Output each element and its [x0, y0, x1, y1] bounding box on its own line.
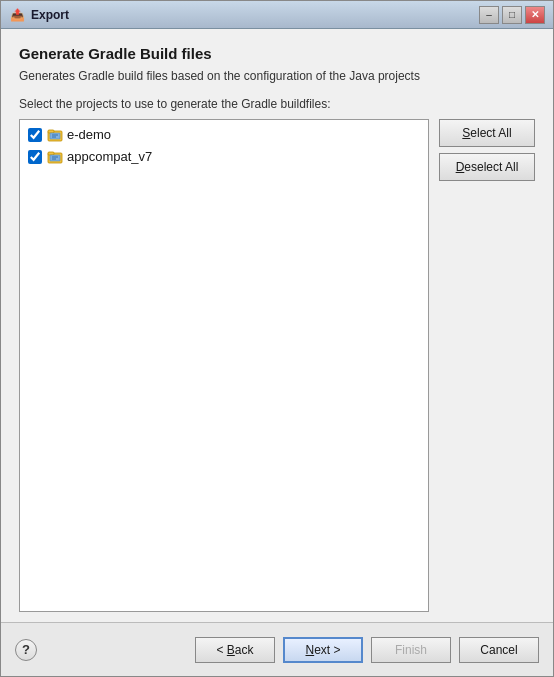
page-title: Generate Gradle Build files — [19, 45, 535, 62]
select-all-button[interactable]: Select All — [439, 119, 535, 147]
next-button[interactable]: Next > — [283, 637, 363, 663]
list-item[interactable]: e-demo — [24, 124, 424, 146]
title-bar: 📤 Export – □ ✕ — [1, 1, 553, 29]
window-icon: 📤 — [9, 7, 25, 23]
nav-buttons: < Back Next > Finish Cancel — [195, 637, 539, 663]
project-icon-e-demo — [47, 127, 63, 143]
svg-rect-1 — [48, 130, 54, 133]
project-checkbox-appcompat-v7[interactable] — [28, 150, 42, 164]
project-icon-appcompat-v7 — [47, 149, 63, 165]
main-area: e-demo — [19, 119, 535, 612]
cancel-label: Cancel — [480, 643, 517, 657]
project-label-appcompat-v7: appcompat_v7 — [67, 149, 152, 164]
window-title: Export — [31, 8, 479, 22]
svg-rect-2 — [50, 133, 60, 139]
minimize-button[interactable]: – — [479, 6, 499, 24]
export-window: 📤 Export – □ ✕ Generate Gradle Build fil… — [0, 0, 554, 677]
project-list-wrapper[interactable]: e-demo — [19, 119, 429, 612]
content-area: Generate Gradle Build files Generates Gr… — [1, 29, 553, 622]
close-button[interactable]: ✕ — [525, 6, 545, 24]
bottom-bar: ? < Back Next > Finish Cancel — [1, 622, 553, 676]
page-description: Generates Gradle build files based on th… — [19, 68, 535, 85]
side-buttons: Select All Deselect All — [439, 119, 535, 612]
project-label-e-demo: e-demo — [67, 127, 111, 142]
deselect-all-button[interactable]: Deselect All — [439, 153, 535, 181]
project-checkbox-e-demo[interactable] — [28, 128, 42, 142]
select-label: Select the projects to use to generate t… — [19, 97, 535, 111]
window-controls: – □ ✕ — [479, 6, 545, 24]
maximize-button[interactable]: □ — [502, 6, 522, 24]
svg-rect-7 — [50, 155, 60, 161]
back-button[interactable]: < Back — [195, 637, 275, 663]
finish-label: Finish — [395, 643, 427, 657]
project-list: e-demo — [20, 120, 428, 172]
help-button[interactable]: ? — [15, 639, 37, 661]
list-item[interactable]: appcompat_v7 — [24, 146, 424, 168]
cancel-button[interactable]: Cancel — [459, 637, 539, 663]
finish-button[interactable]: Finish — [371, 637, 451, 663]
svg-rect-6 — [48, 152, 54, 155]
